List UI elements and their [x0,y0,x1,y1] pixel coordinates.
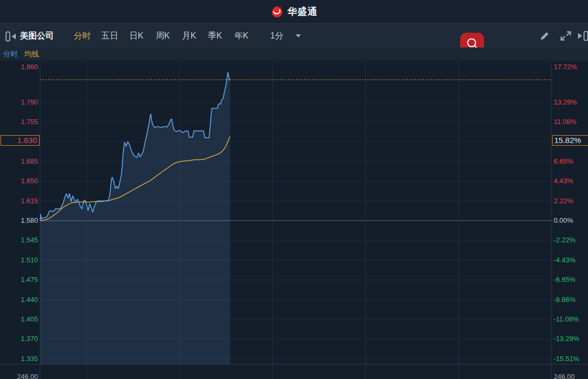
collapse-left-icon[interactable] [5,31,17,42]
huasheng-trading-app: 华盛通 美图公司 分时 五日 日K 周K 月K 季K 年K 1分 [0,0,588,379]
chart-toolbar: 美图公司 分时 五日 日K 周K 月K 季K 年K 1分 [0,23,588,48]
tab-daily-k[interactable]: 日K [129,24,144,48]
expand-icon[interactable] [560,31,572,41]
chart-canvas[interactable] [0,61,588,379]
app-header: 华盛通 [0,0,588,23]
volume-axis-label-right: 246.00 [554,373,575,379]
tab-yearly-k[interactable]: 年K [234,24,249,48]
app-title: 华盛通 [288,5,318,18]
tab-monthly-k[interactable]: 月K [182,24,196,48]
period-selector[interactable]: 1分 [270,24,283,48]
tab-minute-chart[interactable]: 分时 [74,24,91,48]
huasheng-logo-icon [271,5,283,18]
tab-weekly-k[interactable]: 周K [156,24,170,48]
chevron-down-icon[interactable] [296,34,301,37]
pencil-icon[interactable] [539,31,551,41]
subtab-avg-line[interactable]: 均线 [24,48,39,61]
current-pct-label: 15.82% [552,135,588,146]
minute-chart[interactable]: 1.86017.72%1.79013.29%1.75511.08%1.7208.… [0,61,588,379]
tab-five-day[interactable]: 五日 [101,24,118,48]
volume-axis-label-left: 246.00 [1,373,38,379]
collapse-right-icon[interactable] [577,31,588,41]
subtab-time-line[interactable]: 分时 [3,48,18,61]
current-price-label: 1.830 [1,135,40,146]
chart-subtabs: 分时 均线 [0,48,588,61]
stock-name: 美图公司 [20,24,54,48]
tab-quarterly-k[interactable]: 季K [208,24,222,48]
